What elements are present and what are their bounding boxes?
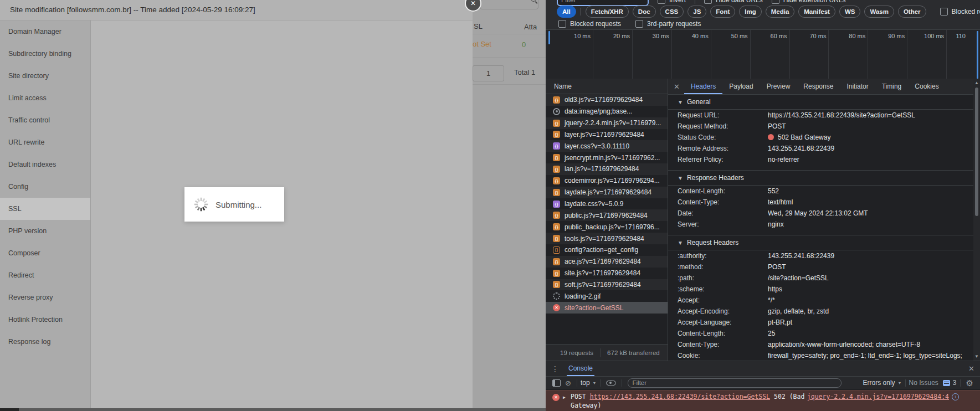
filter-chip-css[interactable]: CSS <box>660 6 684 18</box>
sidebar-item-reverse-proxy[interactable]: Reverse proxy <box>0 286 90 309</box>
tab-timing[interactable]: Timing <box>875 79 909 94</box>
sidebar-item-composer[interactable]: Composer <box>0 242 90 264</box>
context-selector[interactable]: top <box>581 379 590 387</box>
request-row-layer-css[interactable]: {}layer.css?v=3.0.11110 <box>546 140 668 152</box>
sidebar-item-redirect[interactable]: Redirect <box>0 264 90 286</box>
request-row-old3-js[interactable]: {}old3.js?v=1716979629484 <box>546 94 668 106</box>
section-header-general[interactable]: ▼General <box>668 95 973 110</box>
header-value-text: https <box>768 285 782 293</box>
blocked-requests-checkbox[interactable] <box>558 20 566 28</box>
request-row-public-js[interactable]: {}public.js?v=1716979629484 <box>546 209 668 221</box>
gear-icon[interactable]: ⚙ <box>966 379 973 387</box>
overview-left-handle[interactable] <box>548 31 550 44</box>
request-row-codemirror-js[interactable]: {}codemirror.js?v=17169796294... <box>546 175 668 187</box>
overview-right-handle[interactable] <box>977 31 978 79</box>
scroll-down-icon[interactable]: ▼ <box>973 354 980 359</box>
console-filter-input[interactable] <box>628 378 842 388</box>
hide-data-urls-checkbox-group[interactable]: Hide data URLs <box>704 0 763 4</box>
third-party-checkbox-group[interactable]: 3rd-party requests <box>635 20 701 28</box>
issues-label[interactable]: No Issues <box>909 379 938 387</box>
sidebar-item-config[interactable]: Config <box>0 176 90 198</box>
error-source-link[interactable]: jquery-2.2.4.min.js?v=1716979629484:4 <box>807 393 949 401</box>
filter-chip-manifest[interactable]: Manifest <box>798 6 835 18</box>
section-header-response-headers[interactable]: ▼Response Headers <box>668 171 973 186</box>
filter-chip-ws[interactable]: WS <box>839 6 861 18</box>
console-sidebar-icon[interactable] <box>552 379 561 387</box>
live-expression-icon[interactable] <box>606 380 616 386</box>
close-details-icon[interactable]: ✕ <box>674 83 680 91</box>
invert-checkbox[interactable] <box>658 0 665 4</box>
close-drawer-icon[interactable]: ✕ <box>968 361 974 376</box>
request-row-laydate-js[interactable]: {}laydate.js?v=1716979629484 <box>546 187 668 198</box>
hide-extension-urls-checkbox[interactable] <box>772 0 779 4</box>
sidebar-item-domain-manager[interactable]: Domain Manager <box>0 20 90 43</box>
pagination-page-1[interactable]: 1 <box>473 65 504 81</box>
request-row-layer-js[interactable]: {}layer.js?v=1716979629484 <box>546 129 668 141</box>
sidebar-item-traffic-control[interactable]: Traffic control <box>0 109 90 131</box>
details-scrollbar[interactable]: ▲ ▼ <box>973 79 980 361</box>
request-row-tools-js[interactable]: {}tools.js?v=1716979629484 <box>546 233 668 244</box>
request-row-lan-js[interactable]: {}lan.js?v=1716979629484 <box>546 163 668 175</box>
request-row-public-backup-js[interactable]: {}public_backup.js?v=17169796... <box>546 221 668 233</box>
filter-chip-media[interactable]: Media <box>766 6 795 18</box>
filter-chip-fetch-xhr[interactable]: Fetch/XHR <box>586 6 629 18</box>
blocked-cookies-checkbox-group[interactable]: Blocked response cookies <box>940 8 980 16</box>
request-row-jquery-2-2-4-min-js[interactable]: {}jquery-2.2.4.min.js?v=1716979... <box>546 117 668 129</box>
network-overview-ruler[interactable]: 10 ms20 ms30 ms40 ms50 ms60 ms70 ms80 ms… <box>546 30 980 79</box>
console-error-row[interactable]: ✕ ▶ POST https://143.255.241.68:22439/si… <box>546 390 980 411</box>
request-row-site[interactable]: ✕site?action=GetSSL <box>546 302 668 314</box>
scroll-up-icon[interactable]: ▲ <box>973 80 980 85</box>
tab-console[interactable]: Console <box>567 361 594 376</box>
tab-headers[interactable]: Headers <box>684 79 722 94</box>
request-row-config[interactable]: {}config?action=get_config <box>546 244 668 256</box>
hide-data-urls-checkbox[interactable] <box>704 0 712 4</box>
sidebar-item-url-rewrite[interactable]: URL rewrite <box>0 131 90 153</box>
scrollbar-thumb[interactable] <box>975 88 978 216</box>
blocked-requests-checkbox-group[interactable]: Blocked requests <box>558 20 621 28</box>
filter-chip-js[interactable]: JS <box>687 6 706 18</box>
sidebar-item-ssl[interactable]: SSL <box>0 198 90 220</box>
network-name-column-header[interactable]: Name <box>546 79 668 94</box>
js-file-icon: {} <box>553 154 560 161</box>
reveal-in-network-icon[interactable]: i <box>952 393 959 400</box>
more-options-icon[interactable]: ⋮ <box>551 364 559 373</box>
request-row-loading-2-gif[interactable]: loading-2.gif <box>546 290 668 302</box>
error-url-link[interactable]: https://143.255.241.68:22439/site?action… <box>590 393 770 400</box>
sidebar-item-site-directory[interactable]: Site directory <box>0 65 90 87</box>
hide-extension-urls-checkbox-group[interactable]: Hide extension URLs <box>772 0 846 4</box>
sidebar-item-php-version[interactable]: PHP version <box>0 220 90 242</box>
blocked-cookies-checkbox[interactable] <box>940 8 948 16</box>
request-row-ace-js[interactable]: {}ace.js?v=1716979629484 <box>546 256 668 268</box>
expand-error-icon[interactable]: ▶ <box>563 393 566 402</box>
request-row-laydate-css[interactable]: {}laydate.css?v=5.0.9 <box>546 198 668 210</box>
tab-preview[interactable]: Preview <box>760 79 797 94</box>
clear-console-icon[interactable]: ⊘ <box>565 379 571 387</box>
log-level-selector[interactable]: Errors only <box>863 379 895 387</box>
tab-payload[interactable]: Payload <box>722 79 760 94</box>
sidebar-item-limit-access[interactable]: Limit access <box>0 87 90 109</box>
tab-response[interactable]: Response <box>797 79 840 94</box>
request-row-site-js[interactable]: {}site.js?v=1716979629484 <box>546 268 668 279</box>
filter-chip-font[interactable]: Font <box>710 6 735 18</box>
sidebar-item-hotlink-protection[interactable]: Hotlink Protection <box>0 309 90 331</box>
tab-cookies[interactable]: Cookies <box>908 79 945 94</box>
invert-checkbox-group[interactable]: Invert <box>658 0 686 4</box>
section-header-request-headers[interactable]: ▼Request Headers <box>668 235 973 250</box>
filter-chip-all[interactable]: All <box>557 6 576 18</box>
issues-icon[interactable] <box>943 380 950 386</box>
third-party-checkbox[interactable] <box>635 20 643 28</box>
filter-chip-other[interactable]: Other <box>898 6 926 18</box>
request-row-jsencrypt-min-js[interactable]: {}jsencrypt.min.js?v=171697962... <box>546 152 668 163</box>
sidebar-item-default-indexes[interactable]: Default indexes <box>0 153 90 176</box>
filter-chip-doc[interactable]: Doc <box>633 6 656 18</box>
site-search-input[interactable] <box>480 0 538 9</box>
sidebar-item-response-log[interactable]: Response log <box>0 331 90 353</box>
sidebar-item-subdirectory-binding[interactable]: Subdirectory binding <box>0 43 90 65</box>
header-name: :authority: <box>668 250 768 261</box>
tab-initiator[interactable]: Initiator <box>840 79 875 94</box>
filter-chip-wasm[interactable]: Wasm <box>864 6 894 18</box>
network-filter-input[interactable] <box>557 0 649 6</box>
filter-chip-img[interactable]: Img <box>739 6 761 18</box>
request-row-data-image-png-base[interactable]: data:image/png;base... <box>546 106 668 117</box>
request-row-soft-js[interactable]: {}soft.js?v=1716979629484 <box>546 279 668 291</box>
